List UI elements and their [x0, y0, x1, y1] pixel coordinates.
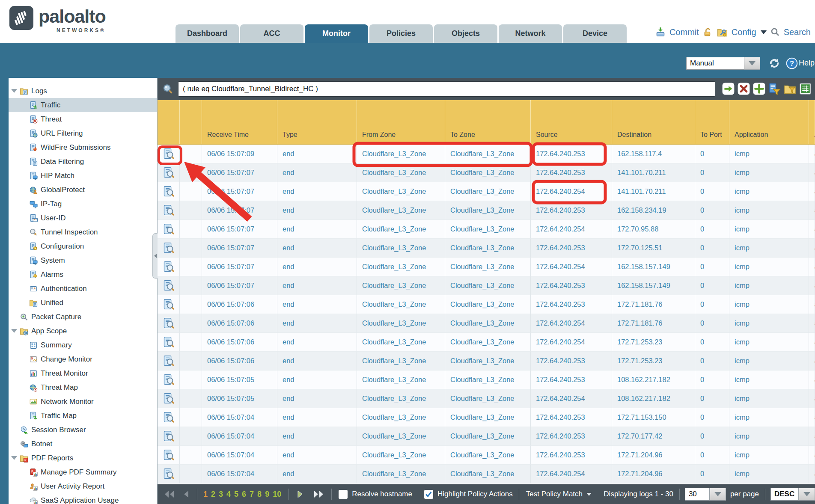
page-number-2[interactable]: 2: [211, 490, 215, 499]
last-page-icon[interactable]: [312, 489, 324, 499]
expand-arrow-icon[interactable]: [11, 456, 17, 460]
cell-to-zone[interactable]: Cloudflare_L3_Zone: [445, 333, 531, 352]
sidebar-item-user-id[interactable]: User-ID: [9, 211, 157, 225]
filter-query-input[interactable]: [178, 81, 715, 97]
config-caret-icon[interactable]: [761, 30, 767, 34]
sort-order-select[interactable]: DESC: [770, 488, 799, 501]
column-header-receive-time[interactable]: Receive Time: [202, 100, 277, 144]
cell-source[interactable]: 172.64.240.253: [531, 276, 612, 295]
cell-from-zone[interactable]: Cloudflare_L3_Zone: [357, 352, 445, 371]
cell-from-zone[interactable]: Cloudflare_L3_Zone: [357, 427, 445, 446]
cell-to-zone[interactable]: Cloudflare_L3_Zone: [445, 352, 531, 371]
cell-to-zone[interactable]: Cloudflare_L3_Zone: [445, 182, 531, 201]
page-number-5[interactable]: 5: [234, 490, 238, 499]
expand-arrow-icon[interactable]: [11, 89, 17, 93]
cell-destination[interactable]: 172.71.204.96: [612, 446, 695, 465]
cell-to-zone[interactable]: Cloudflare_L3_Zone: [445, 276, 531, 295]
test-policy-caret-icon[interactable]: [586, 492, 592, 496]
log-detail-icon[interactable]: [158, 201, 180, 220]
cell-destination[interactable]: 108.162.217.182: [612, 371, 695, 389]
cell-from-zone[interactable]: Cloudflare_L3_Zone: [357, 333, 445, 352]
cell-source[interactable]: 172.64.240.253: [531, 408, 612, 427]
cell-from-zone[interactable]: Cloudflare_L3_Zone: [357, 389, 445, 408]
log-detail-icon[interactable]: [158, 465, 180, 483]
cell-source[interactable]: 172.64.240.253: [531, 201, 612, 220]
page-number-7[interactable]: 7: [250, 490, 254, 499]
page-number-10[interactable]: 10: [273, 490, 281, 499]
cell-from-zone[interactable]: Cloudflare_L3_Zone: [357, 371, 445, 389]
cell-source[interactable]: 172.64.240.253: [531, 446, 612, 465]
help-label[interactable]: Help: [799, 59, 815, 68]
cell-destination[interactable]: 162.158.117.4: [612, 145, 695, 163]
cell-source[interactable]: 172.64.240.254: [531, 465, 612, 483]
cell-destination[interactable]: 162.158.234.19: [612, 201, 695, 220]
clear-filter-icon[interactable]: [738, 83, 750, 95]
config-icon[interactable]: [717, 27, 728, 38]
cell-destination[interactable]: 172.71.153.150: [612, 408, 695, 427]
help-icon[interactable]: ?: [786, 57, 798, 69]
log-detail-icon[interactable]: [158, 371, 180, 389]
sidebar-item-traffic-map[interactable]: Traffic Map: [9, 409, 157, 423]
cell-from-zone[interactable]: Cloudflare_L3_Zone: [357, 182, 445, 201]
sidebar-item-threat-monitor[interactable]: Threat Monitor: [9, 366, 157, 380]
page-number-6[interactable]: 6: [242, 490, 246, 499]
column-header-blank[interactable]: [158, 100, 180, 144]
add-filter-icon[interactable]: [753, 83, 765, 95]
cell-destination[interactable]: 172.70.95.88: [612, 220, 695, 239]
sidebar-item-packet-capture[interactable]: Packet Capture: [9, 310, 157, 324]
load-filter-icon[interactable]: [784, 83, 796, 95]
sidebar-item-hip-match[interactable]: HIP Match: [9, 169, 157, 183]
cell-source[interactable]: 172.64.240.253: [531, 427, 612, 446]
cell-from-zone[interactable]: Cloudflare_L3_Zone: [357, 276, 445, 295]
resolve-hostname-checkbox[interactable]: [339, 490, 348, 499]
page-number-3[interactable]: 3: [219, 490, 223, 499]
sidebar-item-manage-pdf-summary[interactable]: Manage PDF Summary: [9, 465, 157, 479]
cell-to-zone[interactable]: Cloudflare_L3_Zone: [445, 389, 531, 408]
page-number-8[interactable]: 8: [257, 490, 262, 499]
cell-source[interactable]: 172.64.240.254: [531, 258, 612, 276]
cell-destination[interactable]: 172.70.177.42: [612, 427, 695, 446]
cell-destination[interactable]: 141.101.70.211: [612, 163, 695, 182]
sidebar-item-url-filtering[interactable]: URL Filtering: [9, 126, 157, 140]
log-detail-icon[interactable]: [158, 314, 180, 333]
sidebar-item-alarms[interactable]: Alarms: [9, 267, 157, 282]
per-page-select[interactable]: 30: [685, 488, 710, 501]
cell-source[interactable]: 172.64.240.254: [531, 314, 612, 333]
refresh-icon[interactable]: [768, 57, 781, 70]
test-policy-match-button[interactable]: Test Policy Match: [526, 490, 583, 498]
next-page-icon[interactable]: [296, 489, 304, 499]
log-detail-icon[interactable]: [158, 163, 180, 182]
column-header-to-zone[interactable]: To Zone: [445, 100, 531, 144]
cell-from-zone[interactable]: Cloudflare_L3_Zone: [357, 239, 445, 258]
expand-arrow-icon[interactable]: [11, 329, 17, 333]
sidebar-item-threat[interactable]: Threat: [9, 112, 157, 126]
tab-device[interactable]: Device: [563, 24, 627, 43]
per-page-dropdown-button[interactable]: [710, 488, 726, 501]
cell-to-zone[interactable]: Cloudflare_L3_Zone: [445, 446, 531, 465]
log-detail-icon[interactable]: [158, 446, 180, 465]
cell-source[interactable]: 172.64.240.253: [531, 295, 612, 314]
cell-from-zone[interactable]: Cloudflare_L3_Zone: [357, 446, 445, 465]
cell-destination[interactable]: 162.158.157.149: [612, 258, 695, 276]
cell-to-zone[interactable]: Cloudflare_L3_Zone: [445, 295, 531, 314]
tab-monitor[interactable]: Monitor: [305, 24, 368, 43]
cell-destination[interactable]: 162.158.157.149: [612, 276, 695, 295]
cell-to-zone[interactable]: Cloudflare_L3_Zone: [445, 314, 531, 333]
sidebar-item-globalprotect[interactable]: GlobalProtect: [9, 183, 157, 197]
cell-to-zone[interactable]: Cloudflare_L3_Zone: [445, 371, 531, 389]
cell-from-zone[interactable]: Cloudflare_L3_Zone: [357, 145, 445, 163]
sidebar-item-tunnel-inspection[interactable]: Tunnel Inspection: [9, 225, 157, 239]
log-detail-icon[interactable]: [158, 258, 180, 276]
cell-source[interactable]: 172.64.240.253: [531, 371, 612, 389]
cell-source[interactable]: 172.64.240.253: [531, 352, 612, 371]
search-icon[interactable]: [770, 27, 780, 37]
cell-destination[interactable]: 172.71.181.76: [612, 314, 695, 333]
refresh-interval-dropdown-button[interactable]: [744, 57, 760, 70]
sidebar-item-system[interactable]: System: [9, 253, 157, 267]
log-detail-icon[interactable]: [158, 389, 180, 408]
cell-destination[interactable]: 108.162.217.182: [612, 389, 695, 408]
sidebar-item-configuration[interactable]: Configuration: [9, 239, 157, 253]
lock-icon[interactable]: [702, 27, 713, 38]
export-icon[interactable]: [799, 83, 812, 95]
cell-to-zone[interactable]: Cloudflare_L3_Zone: [445, 465, 531, 483]
